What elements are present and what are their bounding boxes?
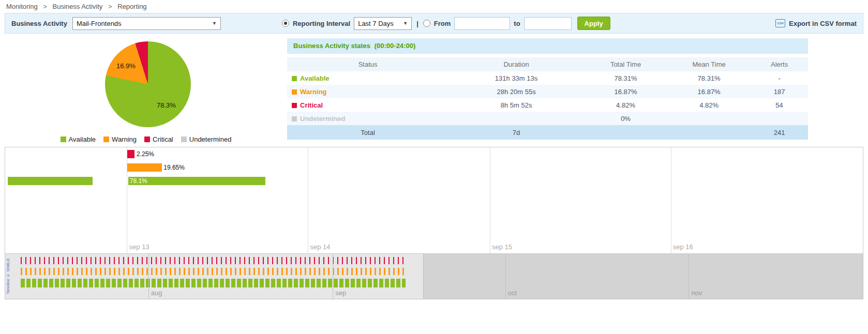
apply-button[interactable]: Apply xyxy=(577,17,610,30)
status-swatch-warning xyxy=(292,89,297,95)
status-swatch-critical xyxy=(292,103,297,108)
legend-item-critical: Critical xyxy=(144,135,173,143)
ba-reporting-page: Monitoring > Business Activity > Reporti… xyxy=(0,0,868,334)
pie-slice-label-available: 78.3% xyxy=(157,101,176,109)
to-label: to xyxy=(514,20,520,27)
col-total-time: Total Time xyxy=(584,57,667,71)
band-ticks-available xyxy=(21,279,406,287)
reporting-interval-select[interactable]: Last 7 Days ▼ xyxy=(354,17,412,30)
cell-alerts: - xyxy=(751,71,808,85)
pie-legend: Available Warning Critical Undetermined xyxy=(5,135,287,143)
states-title-interval: (00:00-24:00) xyxy=(375,42,416,50)
csv-export-icon[interactable]: CSV xyxy=(775,19,785,27)
reporting-interval-selected-value: Last 7 Days xyxy=(358,20,394,27)
band-ticks-warning xyxy=(21,268,406,275)
band-month-label: aug xyxy=(151,289,162,297)
states-table-title: Business Activity states (00:00-24:00) xyxy=(287,38,808,54)
to-date-input[interactable] xyxy=(524,17,572,30)
status-label: Available xyxy=(300,74,330,82)
chevron-down-icon: ▼ xyxy=(212,21,217,26)
states-title-text: Business Activity states xyxy=(293,42,370,50)
toolbar-left-group: Business Activity Mail-Frontends ▼ xyxy=(11,17,221,30)
cell-status: Critical xyxy=(287,98,448,112)
timeline-plot[interactable]: sep 13sep 14sep 15sep 162.25%19.65%78.1% xyxy=(5,147,863,254)
cell-total-label: Total xyxy=(287,125,448,140)
chevron-down-icon: ▼ xyxy=(403,21,408,26)
band-gridline xyxy=(689,254,689,299)
from-label: From xyxy=(434,20,451,27)
legend-swatch-warning xyxy=(103,136,109,142)
legend-item-warning: Warning xyxy=(103,135,137,143)
table-row-critical: Critical 8h 5m 52s 4.82% 4.82% 54 xyxy=(287,98,808,112)
legend-label-warning: Warning xyxy=(112,135,137,143)
timeline-bar-label: 78.1% xyxy=(129,177,147,185)
states-panel: Business Activity states (00:00-24:00) S… xyxy=(287,38,808,143)
table-row-available: Available 131h 33m 13s 78.31% 78.31% - xyxy=(287,71,808,85)
breadcrumb-monitoring[interactable]: Monitoring xyxy=(6,3,38,10)
legend-label-undetermined: Undetermined xyxy=(189,135,232,143)
cell-mean-time xyxy=(667,112,751,125)
col-mean-time: Mean Time xyxy=(667,57,751,71)
cell-status: Warning xyxy=(287,85,448,98)
legend-label-available: Available xyxy=(69,135,96,143)
cell-total-time: 4.82% xyxy=(584,98,667,112)
custom-range-radio[interactable] xyxy=(423,20,430,27)
timeline-date-label: sep 13 xyxy=(129,243,149,251)
cell-duration xyxy=(448,112,584,125)
timeline-gridline xyxy=(308,147,308,253)
table-row-warning: Warning 28h 20m 55s 16.87% 16.87% 187 xyxy=(287,85,808,98)
timeline-date-label: sep 16 xyxy=(673,243,693,251)
status-swatch-available xyxy=(292,76,297,81)
business-activity-label: Business Activity xyxy=(11,20,67,27)
timeline-date-label: sep 15 xyxy=(492,243,512,251)
band-month-label: sep xyxy=(335,289,346,297)
band-ticks xyxy=(21,257,406,287)
breadcrumb-reporting[interactable]: Reporting xyxy=(117,3,146,10)
pie-chart: 16.9% 78.3% xyxy=(105,41,191,127)
cell-duration: 28h 20m 55s xyxy=(448,85,584,98)
cell-total-total-time xyxy=(584,125,667,140)
export-csv-label[interactable]: Export in CSV format xyxy=(789,20,857,27)
business-activity-selected-value: Mail-Frontends xyxy=(77,20,122,27)
toolbar-pipe-separator: | xyxy=(416,20,418,27)
timeline-bar-critical xyxy=(127,150,134,158)
content-area: 16.9% 78.3% Available Warning Critical xyxy=(5,38,863,143)
cell-alerts xyxy=(751,112,808,125)
breadcrumb-separator: > xyxy=(43,3,47,10)
status-label: Undetermined xyxy=(300,115,345,123)
legend-item-available: Available xyxy=(61,135,96,143)
pie-panel: 16.9% 78.3% Available Warning Critical xyxy=(5,38,287,143)
band-ticks-critical xyxy=(21,257,406,264)
timeline-overview-band[interactable]: Timeline © SIMILE augsepoctnov xyxy=(5,254,863,299)
breadcrumb-business-activity[interactable]: Business Activity xyxy=(53,3,103,10)
legend-swatch-critical xyxy=(144,136,150,142)
cell-total-time: 0% xyxy=(584,112,667,125)
legend-swatch-available xyxy=(61,136,66,142)
cell-mean-time: 16.87% xyxy=(667,85,751,98)
legend-swatch-undetermined xyxy=(181,136,187,142)
timeline-bar-label: 2.25% xyxy=(136,150,154,158)
timeline-bar-available xyxy=(8,177,93,185)
status-label: Warning xyxy=(300,88,327,96)
reporting-interval-label: Reporting Interval xyxy=(293,20,350,27)
business-activity-select[interactable]: Mail-Frontends ▼ xyxy=(72,17,221,30)
toolbar-center-group: Reporting Interval Last 7 Days ▼ | From … xyxy=(282,17,610,30)
legend-label-critical: Critical xyxy=(153,135,173,143)
timeline-bar-available xyxy=(128,177,265,185)
status-swatch-undetermined xyxy=(292,116,297,122)
toolbar-right-group[interactable]: CSV Export in CSV format xyxy=(775,19,857,27)
band-month-label: nov xyxy=(691,289,702,297)
reporting-interval-radio[interactable] xyxy=(282,20,289,27)
cell-total-mean-time xyxy=(667,125,751,140)
from-date-input[interactable] xyxy=(454,17,510,30)
cell-alerts: 54 xyxy=(751,98,808,112)
toolbar: Business Activity Mail-Frontends ▼ Repor… xyxy=(5,13,863,34)
cell-total-alerts: 241 xyxy=(751,125,808,140)
cell-status: Undetermined xyxy=(287,112,448,125)
cell-duration: 8h 5m 52s xyxy=(448,98,584,112)
breadcrumb: Monitoring > Business Activity > Reporti… xyxy=(0,0,868,13)
band-gridline xyxy=(505,254,506,299)
timeline-gridline xyxy=(490,147,490,253)
col-alerts: Alerts xyxy=(751,57,808,71)
legend-item-undetermined: Undetermined xyxy=(181,135,232,143)
